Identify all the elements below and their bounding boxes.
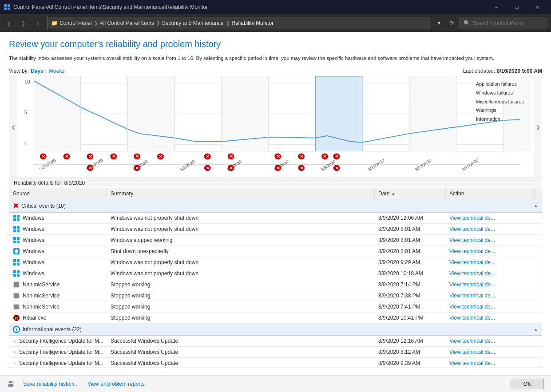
table-row[interactable]: NahimicService Stopped working 8/9/2020 …	[9, 279, 542, 290]
close-button[interactable]: ✕	[527, 0, 547, 14]
table-row[interactable]: Windows Windows was not properly shut do…	[9, 268, 542, 279]
col-source[interactable]: Source	[9, 188, 107, 199]
svg-rect-123	[9, 381, 12, 383]
forward-button[interactable]: ❯	[17, 17, 29, 29]
table-row[interactable]: R Ritual.exe Stopped working 8/9/2020 10…	[9, 313, 542, 324]
action-cell[interactable]: View technical de...	[446, 290, 535, 301]
page-subtitle: The stability index assesses your system…	[9, 55, 542, 62]
action-cell[interactable]: View technical de...	[446, 358, 535, 368]
info-section-header[interactable]: i Informational events (22) ▲	[9, 324, 542, 336]
col-summary[interactable]: Summary	[107, 188, 375, 199]
col-date[interactable]: Date ▲	[375, 188, 446, 199]
chart-scroll-left[interactable]: ❮	[9, 76, 17, 178]
view-problem-reports-link[interactable]: View all problem reports	[87, 381, 145, 387]
svg-text:✕: ✕	[229, 166, 233, 171]
action-cell[interactable]: View technical de...	[446, 224, 535, 234]
table-row[interactable]: Windows Shut down unexpectedly 8/9/2020 …	[9, 246, 542, 257]
address-field[interactable]: 📁 Control Panel ❯ All Control Panel Item…	[47, 17, 431, 29]
chart-scroll-right[interactable]: ❯	[534, 76, 542, 178]
table-row[interactable]: U Security Intelligence Update for M... …	[9, 336, 542, 347]
minimize-button[interactable]: −	[486, 0, 507, 14]
svg-rect-96	[13, 270, 16, 273]
svg-text:✕: ✕	[135, 154, 139, 159]
breadcrumb-icon: 📁	[51, 20, 58, 26]
reliability-chart-svg[interactable]: 10 5 1	[17, 76, 534, 178]
source-cell: Windows	[9, 213, 107, 223]
svg-rect-2	[4, 8, 7, 10]
title-bar: Control Panel\All Control Panel Items\Se…	[0, 0, 551, 14]
action-cell[interactable]: View technical de...	[446, 235, 535, 245]
breadcrumb-current[interactable]: Reliability Monitor	[232, 20, 274, 26]
search-input[interactable]	[473, 20, 544, 26]
table-row[interactable]: U Security Intelligence Update for M... …	[9, 347, 542, 358]
svg-text:✕: ✕	[323, 154, 326, 159]
breadcrumb-security[interactable]: Security and Maintenance	[162, 20, 224, 26]
svg-rect-103	[14, 293, 19, 298]
action-cell[interactable]: View technical de...	[446, 301, 535, 312]
action-cell[interactable]: View technical de...	[446, 257, 535, 268]
action-cell[interactable]: View technical de...	[446, 347, 535, 357]
source-cell: U Security Intelligence Update for M...	[9, 358, 107, 368]
details-section: Reliability details for: 8/9/2020 Source…	[9, 178, 542, 368]
svg-rect-99	[17, 274, 20, 277]
summary-cell: Shut down unexpectedly	[107, 246, 375, 257]
svg-rect-89	[17, 241, 20, 243]
svg-text:✕: ✕	[229, 154, 233, 159]
svg-rect-88	[13, 241, 16, 243]
windows-shield-icon	[13, 248, 20, 255]
address-bar: ❮ ❯ ↑ 📁 Control Panel ❯ All Control Pane…	[0, 14, 551, 32]
table-row[interactable]: NahimicService Stopped working 8/9/2020 …	[9, 290, 542, 301]
back-button[interactable]: ❮	[3, 17, 15, 29]
table-row[interactable]: Windows Windows was not properly shut do…	[9, 257, 542, 268]
svg-text:✕: ✕	[276, 154, 280, 159]
svg-rect-94	[13, 263, 16, 265]
action-cell[interactable]: View technical de...	[446, 268, 535, 279]
svg-text:✕: ✕	[112, 154, 115, 159]
windows-icon	[13, 259, 20, 266]
svg-rect-15	[409, 76, 456, 151]
summary-cell: Windows stopped working	[107, 235, 375, 245]
sort-arrow-icon: ▲	[391, 191, 395, 196]
table-row[interactable]: U Security Intelligence Update for M... …	[9, 358, 542, 368]
action-cell[interactable]: View technical de...	[446, 313, 535, 323]
col-action[interactable]: Action	[446, 188, 535, 199]
critical-section-header[interactable]: ✖ Critical events (10) ▲	[9, 199, 542, 213]
svg-text:✕: ✕	[300, 166, 303, 171]
info-collapse-icon[interactable]: ▲	[534, 327, 538, 332]
svg-text:U: U	[14, 340, 15, 342]
maximize-button[interactable]: □	[507, 0, 527, 14]
svg-text:5: 5	[24, 110, 27, 115]
search-box[interactable]: 🔍	[460, 17, 548, 29]
action-cell[interactable]: View technical de...	[446, 213, 535, 223]
up-button[interactable]: ↑	[31, 17, 44, 29]
svg-rect-11	[34, 76, 81, 151]
svg-rect-124	[8, 384, 13, 387]
source-cell: U Security Intelligence Update for M...	[9, 336, 107, 346]
table-row[interactable]: Windows Windows stopped working 8/9/2020…	[9, 235, 542, 246]
ok-button[interactable]: OK	[511, 379, 544, 389]
svg-rect-0	[4, 4, 7, 7]
svg-text:✕: ✕	[65, 154, 68, 159]
viewby-days-link[interactable]: Days	[31, 68, 44, 74]
reliability-chart-container[interactable]: ❮ 10 5 1	[9, 76, 542, 178]
action-cell[interactable]: View technical de...	[446, 246, 535, 257]
date-cell: 8/9/2020 7:38 PM	[375, 290, 446, 301]
action-cell[interactable]: View technical de...	[446, 279, 535, 290]
breadcrumb-all-items[interactable]: All Control Panel Items	[100, 20, 154, 26]
table-row[interactable]: Windows Windows was not properly shut do…	[9, 213, 542, 224]
svg-rect-86	[13, 237, 16, 240]
critical-collapse-icon[interactable]: ▲	[534, 203, 538, 208]
address-dropdown-button[interactable]: ▾	[435, 17, 444, 29]
source-cell: Windows	[9, 235, 107, 245]
svg-text:✕: ✕	[276, 166, 280, 171]
viewby-weeks-link[interactable]: Weeks	[48, 68, 64, 74]
table-row[interactable]: Windows Windows was not properly shut do…	[9, 224, 542, 235]
table-row[interactable]: NahimicService Stopped working 8/9/2020 …	[9, 301, 542, 313]
breadcrumb-home[interactable]: Control Panel	[59, 20, 92, 26]
action-cell[interactable]: View technical de...	[446, 336, 535, 346]
table-body[interactable]: ✖ Critical events (10) ▲ Windows Windows…	[9, 199, 542, 368]
refresh-button[interactable]: ⟳	[445, 17, 458, 29]
save-reliability-link[interactable]: Save reliability history...	[23, 381, 79, 387]
svg-text:✕: ✕	[135, 166, 139, 171]
summary-cell: Windows was not properly shut down	[107, 268, 375, 279]
